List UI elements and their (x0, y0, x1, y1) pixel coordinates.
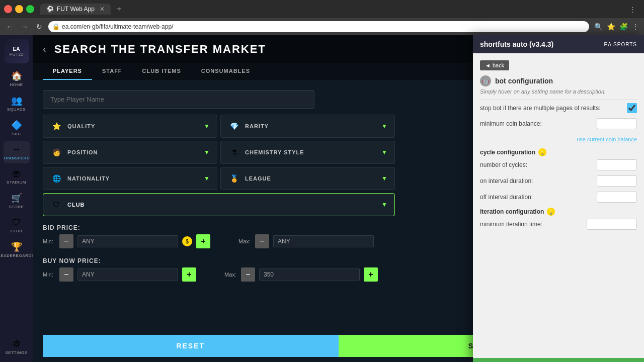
main-content: ‹ SEARCH THE TRANSFER MARKET PLAYERS STA… (33, 35, 644, 362)
sidebar-item-leaderboards[interactable]: 🏆 LEADERBOARDS (4, 238, 30, 261)
filter-position[interactable]: 🧑 POSITION ▼ (43, 141, 217, 164)
extension-icon[interactable]: 🧩 (618, 22, 629, 32)
use-current-coin-balance-link[interactable]: use current coin balance (577, 136, 637, 142)
new-tab-btn[interactable]: + (113, 3, 125, 16)
min-coin-balance-input[interactable]: 0 (597, 118, 637, 129)
settings-icon: ⚙ (13, 338, 21, 349)
tab-staff[interactable]: STAFF (92, 63, 132, 80)
panel-hint-text: Simply hover on any setting name for a d… (480, 88, 637, 95)
bid-max-label: Max: (238, 238, 251, 244)
tab-players[interactable]: PLAYERS (43, 63, 92, 80)
iteration-config-title: iteration configuration (480, 208, 544, 215)
back-arrow-btn[interactable]: ‹ (43, 43, 46, 55)
nationality-arrow-icon: ▼ (204, 175, 210, 182)
bookmark-icon[interactable]: ⭐ (606, 22, 616, 32)
club-filter-icon: 🛡 (50, 199, 62, 211)
off-interval-label: off interval duration: (480, 194, 533, 201)
nav-icons: 🔍 ⭐ 🧩 ⋮ (593, 22, 640, 32)
buy-now-max-decrease-btn[interactable]: − (241, 267, 255, 282)
league-icon: 🏅 (228, 172, 240, 185)
search-icon[interactable]: 🔍 (593, 22, 604, 32)
chemistry-style-icon: ⚗ (228, 146, 240, 158)
buy-now-min-increase-btn[interactable]: + (182, 267, 196, 282)
min-coin-balance-label: minimum coin balance: (480, 120, 542, 127)
address-bar[interactable]: 🔒 ea.com/en-gb/fifa/ultimate-team/web-ap… (48, 21, 589, 32)
filters-grid: ⭐ QUALITY ▼ 💎 RARITY ▼ 🧑 (43, 115, 395, 216)
min-coin-balance-row: minimum coin balance: 0 (480, 118, 637, 129)
sidebar-label-home: HOME (10, 82, 23, 87)
chrome-menu-icon[interactable]: ⋮ (629, 6, 636, 13)
panel-back-button[interactable]: ◄ back (480, 60, 509, 70)
panel-body: ◄ back 🤖 bot configuration Simply hover … (473, 53, 644, 358)
panel-header: shortfuts auto (v3.4.3) EA SPORTS (473, 35, 644, 53)
filter-quality[interactable]: ⭐ QUALITY ▼ (43, 115, 217, 138)
sidebar-item-stadium[interactable]: 🏟 STADIUM (4, 165, 30, 188)
bid-min-increase-btn[interactable]: + (196, 234, 210, 248)
home-icon: 🏠 (11, 70, 22, 81)
stop-bot-label: stop bot if there are multiple pages of … (480, 105, 600, 112)
sidebar-item-transfers[interactable]: ↔ TRANSFERS (4, 141, 30, 163)
back-nav-btn[interactable]: ← (4, 22, 15, 32)
buy-now-min-decrease-btn[interactable]: − (59, 267, 73, 282)
store-icon: 🛒 (11, 193, 22, 204)
sidebar-item-club[interactable]: 🛡 CLUB (4, 214, 30, 236)
min-iteration-row: minimum iteration time: 2000 (480, 219, 637, 230)
on-interval-input[interactable]: 10 (597, 175, 637, 187)
tab-consumables[interactable]: CONSUMABLES (191, 63, 260, 80)
bot-icon: 🤖 (480, 75, 491, 86)
tab-club-items[interactable]: CLUB ITEMS (132, 63, 191, 80)
panel-title: shortfuts auto (v3.4.3) (480, 40, 553, 48)
sidebar-item-sbc[interactable]: 🔷 SBC (4, 117, 30, 139)
player-name-input[interactable] (43, 90, 314, 109)
sidebar-item-squads[interactable]: 👥 SQUADS (4, 92, 30, 115)
off-interval-input[interactable]: 5 (597, 192, 637, 203)
filter-league-label: LEAGUE (245, 175, 271, 182)
min-iteration-input[interactable]: 2000 (587, 219, 637, 230)
on-interval-label: on interval duration: (480, 177, 533, 185)
buy-now-min-input[interactable] (77, 268, 178, 281)
sidebar: EA FUT22 🏠 HOME 👥 SQUADS 🔷 SBC ↔ TRANSFE… (0, 35, 33, 362)
more-icon[interactable]: ⋮ (631, 22, 640, 32)
filter-chemistry-style[interactable]: ⚗ CHEMISTRY STYLE ▼ (220, 141, 395, 164)
buy-now-max-increase-btn[interactable]: + (364, 267, 378, 282)
logo-top: EA (13, 46, 20, 52)
buy-now-min-label: Min: (43, 272, 55, 278)
page-title: SEARCH THE TRANSFER MARKET (54, 43, 266, 56)
squads-icon: 👥 (11, 95, 22, 106)
panel-back-arrow-icon: ◄ (485, 62, 491, 68)
filter-rarity[interactable]: 💎 RARITY ▼ (220, 115, 395, 138)
sidebar-label-store: STORE (9, 205, 24, 209)
sidebar-item-home[interactable]: 🏠 HOME (4, 67, 30, 90)
ea-sports-logo: EA SPORTS (604, 42, 637, 47)
bid-max-input[interactable] (273, 235, 374, 247)
sidebar-item-store[interactable]: 🛒 STORE (4, 190, 30, 212)
sidebar-item-settings[interactable]: ⚙ SETTINGS (4, 335, 30, 358)
filter-nationality[interactable]: 🌐 NATIONALITY ▼ (43, 167, 217, 190)
stop-bot-checkbox[interactable] (627, 103, 637, 113)
bid-min-input[interactable] (77, 235, 178, 247)
maximize-btn[interactable] (26, 5, 34, 13)
filter-club[interactable]: 🛡 CLUB ▼ (43, 193, 395, 216)
reload-btn[interactable]: ↻ (34, 22, 44, 32)
rarity-arrow-icon: ▼ (381, 123, 387, 130)
tab-bar: ⚽ FUT Web App ✕ + ⋮ (0, 0, 644, 18)
iteration-config-header: iteration configuration 💡 (480, 208, 637, 216)
bid-min-decrease-btn[interactable]: − (59, 234, 73, 248)
filter-league[interactable]: 🏅 LEAGUE ▼ (220, 167, 395, 190)
forward-nav-btn[interactable]: → (19, 22, 30, 32)
sidebar-label-club: CLUB (11, 229, 22, 233)
chemistry-arrow-icon: ▼ (381, 149, 387, 156)
close-btn[interactable] (4, 5, 12, 13)
active-tab[interactable]: ⚽ FUT Web App ✕ (40, 4, 111, 15)
buy-now-max-label: Max: (224, 272, 237, 278)
bot-config-panel: shortfuts auto (v3.4.3) EA SPORTS ◄ back… (473, 35, 644, 362)
buy-now-max-input[interactable] (259, 268, 360, 281)
filter-club-label: CLUB (67, 202, 85, 208)
minimize-btn[interactable] (15, 5, 23, 13)
reset-button[interactable]: Reset (43, 335, 339, 357)
filter-quality-label: QUALITY (67, 123, 95, 129)
sidebar-logo: EA FUT22 (5, 39, 29, 63)
bid-max-decrease-btn[interactable]: − (255, 234, 269, 248)
position-icon: 🧑 (50, 146, 62, 158)
num-cycles-input[interactable]: 3 (597, 159, 637, 170)
